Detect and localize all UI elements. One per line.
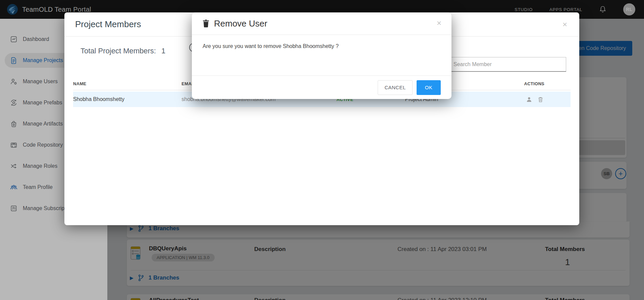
total-members-count: 1 — [161, 47, 165, 55]
remove-user-title: Remove User — [214, 18, 267, 29]
remove-member-trash-icon[interactable] — [537, 96, 544, 103]
total-members-label: Total Project Members: — [80, 47, 156, 55]
search-member-input[interactable] — [449, 57, 566, 72]
trash-icon — [203, 19, 209, 28]
remove-user-header: Remove User × — [192, 12, 451, 35]
actions-column-header: ACTIONS — [524, 81, 571, 86]
member-row-actions — [524, 96, 571, 103]
name-column-header: NAME — [73, 81, 181, 86]
remove-user-modal: Remove User × Are you sure you want to r… — [192, 12, 451, 99]
total-project-members: Total Project Members: 1 — [80, 47, 165, 55]
close-icon[interactable]: × — [562, 20, 567, 29]
member-name: Shobha Bhoomshetty — [73, 96, 181, 102]
cancel-button[interactable]: CANCEL — [378, 80, 413, 95]
close-icon[interactable]: × — [437, 19, 441, 27]
confirmation-message: Are you sure you want to remove Shobha B… — [203, 43, 339, 49]
app-root: TeamOLD Team Portal STUDIO APPS PORTAL R… — [0, 0, 644, 300]
member-profile-icon[interactable] — [526, 96, 532, 103]
remove-user-footer: CANCEL OK — [192, 76, 451, 99]
project-members-title: Project Members — [75, 19, 141, 30]
ok-button[interactable]: OK — [417, 80, 441, 95]
